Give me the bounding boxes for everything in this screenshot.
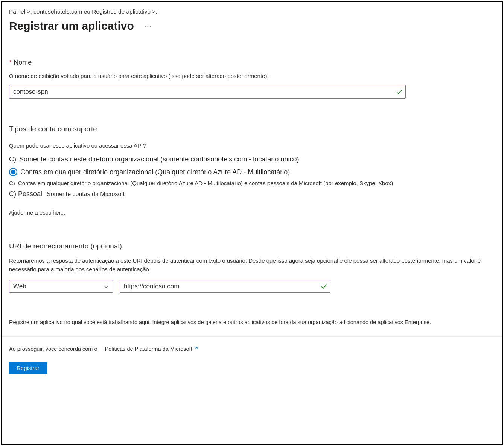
more-horizontal-icon[interactable]: ··· <box>145 23 152 30</box>
required-indicator: * <box>9 59 11 66</box>
radio-option-multi-tenant[interactable]: Contas em qualquer diretório organizacio… <box>9 166 495 179</box>
redirect-url-input[interactable] <box>120 280 330 293</box>
platform-selected-value: Web <box>13 283 26 290</box>
name-input[interactable] <box>9 85 406 99</box>
enterprise-footnote: Registre um aplicativo no qual você está… <box>9 319 495 325</box>
radio-option-single-tenant[interactable]: C) Somente contas neste diretório organi… <box>9 154 495 166</box>
chevron-down-icon <box>104 284 109 289</box>
name-label: Nome <box>14 59 32 67</box>
radio-option-personal[interactable]: C) Pessoal Somente contas da Microsoft <box>9 189 495 201</box>
name-description: O nome de exibição voltado para o usuári… <box>9 73 495 79</box>
help-me-choose-link[interactable]: Ajude-me a escolher... <box>9 209 65 216</box>
agree-text: Ao prosseguir, você concorda com o <box>9 346 97 352</box>
register-button[interactable]: Registrar <box>9 362 47 374</box>
valid-check-icon <box>321 283 327 290</box>
redirect-heading: URI de redirecionamento (opcional) <box>9 242 495 250</box>
policy-link-text: Políticas de Plataforma da Microsoft <box>105 346 192 352</box>
radio-prefix: C) <box>9 180 15 186</box>
platform-select[interactable]: Web <box>9 280 113 293</box>
divider <box>2 336 502 337</box>
radio-label: Contas em qualquer diretório organizacio… <box>20 168 290 176</box>
radio-prefix: C) Pessoal <box>9 190 42 198</box>
radio-sub-label: Somente contas da Microsoft <box>47 191 125 198</box>
radio-label: Somente contas neste diretório organizac… <box>19 155 299 163</box>
radio-prefix: C) <box>9 155 16 163</box>
page-title: Registrar um aplicativo <box>9 20 134 32</box>
radio-selected-icon <box>9 168 17 176</box>
account-types-sub: Quem pode usar esse aplicativo ou acessa… <box>9 142 495 149</box>
radio-option-multi-tenant-personal[interactable]: C) Contas em qualquer diretório organiza… <box>9 179 495 189</box>
policy-link[interactable]: Políticas de Plataforma da Microsoft <box>105 346 198 352</box>
account-types-heading: Tipos de conta com suporte <box>9 125 495 133</box>
valid-check-icon <box>396 88 403 95</box>
radio-label: Contas em qualquer diretório organizacio… <box>18 180 393 186</box>
external-link-icon <box>193 346 198 350</box>
redirect-description: Retornaremos a resposta de autenticação … <box>9 256 495 274</box>
breadcrumb[interactable]: Painel >; contosohotels.com eu Registros… <box>9 8 495 15</box>
